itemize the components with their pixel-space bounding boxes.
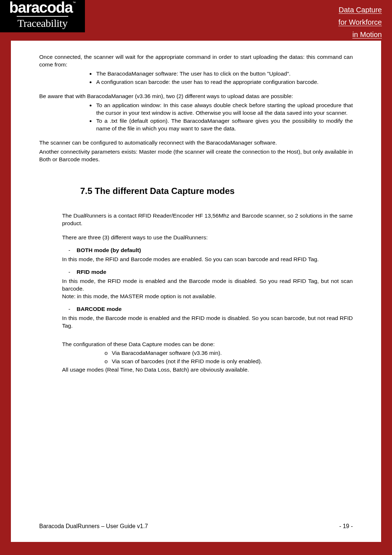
dash: -	[62, 305, 77, 313]
mode-heading: -BOTH mode (by default)	[62, 247, 353, 254]
paragraph: Note: in this mode, the MASTER mode opti…	[62, 293, 353, 300]
sub-bullet-list: oVia BaracodaManager software (v3.36 min…	[105, 349, 353, 365]
footer: Baracoda DualRunners – User Guide v1.7 -…	[39, 522, 353, 530]
paragraph: The configuration of these Data Capture …	[62, 341, 353, 348]
bullet-item: The BaracodaManager software: The user h…	[95, 70, 353, 78]
sub-bullet-item: oVia scan of barcodes (not if the RFID m…	[105, 358, 353, 365]
mode-heading: -RFID mode	[62, 268, 353, 276]
sub-bullet-text: Via scan of barcodes (not if the RFID mo…	[112, 358, 262, 364]
logo-brand: baracoda™	[0, 0, 85, 15]
bullet-item: To an application window: In this case a…	[95, 102, 353, 117]
page: baracoda™ Traceability Data Capture for …	[0, 0, 392, 555]
paragraph: In this mode, the Barcode mode is enable…	[62, 315, 353, 330]
paragraph: Once connected, the scanner will wait fo…	[39, 53, 353, 69]
mode-heading: -BARCODE mode	[62, 305, 353, 313]
sub-bullet-text: Via BaracodaManager software (v3.36 min)…	[112, 350, 222, 356]
circle-bullet-icon: o	[105, 349, 112, 357]
paragraph: The DualRunners is a contact RFID Reader…	[62, 212, 353, 227]
paragraph: All usage modes (Real Time, No Data Loss…	[62, 366, 353, 374]
tagline-line-3: in Motion	[338, 28, 382, 41]
paragraph: Be aware that with BaracodaManager (v3.3…	[39, 93, 353, 100]
mode-title-text: BARCODE mode	[77, 306, 122, 312]
sub-bullet-item: oVia BaracodaManager software (v3.36 min…	[105, 349, 353, 357]
mode-title-text: BOTH mode (by default)	[77, 247, 141, 253]
circle-bullet-icon: o	[105, 358, 112, 365]
logo: baracoda™ Traceability	[0, 0, 85, 32]
tagline: Data Capture for Workforce in Motion	[338, 4, 382, 41]
header: baracoda™ Traceability Data Capture for …	[0, 0, 392, 41]
footer-page-number: - 19 -	[339, 522, 353, 530]
logo-brand-text: baracoda	[9, 0, 73, 16]
indented-section: All usage modes (Real Time, No Data Loss…	[62, 366, 353, 374]
paragraph: Another connectivity parameters exists: …	[39, 148, 353, 163]
tagline-line-1: Data Capture	[338, 4, 382, 16]
bullet-item: To a .txt file (default option). The Bar…	[95, 117, 353, 133]
logo-subtitle: Traceability	[17, 16, 68, 30]
logo-trademark: ™	[73, 1, 76, 5]
bullet-list: To an application window: In this case a…	[95, 102, 353, 133]
indented-section: The DualRunners is a contact RFID Reader…	[62, 212, 353, 348]
section-heading: 7.5 The different Data Capture modes	[80, 185, 353, 197]
paragraph: In this mode, the RFID mode is enabled a…	[62, 278, 353, 293]
paragraph: The scanner can be configured to automat…	[39, 139, 353, 147]
mode-title-text: RFID mode	[77, 269, 106, 275]
paragraph: There are three (3) different ways to us…	[62, 234, 353, 242]
dash: -	[62, 268, 77, 276]
dash: -	[62, 247, 77, 254]
document-content: Once connected, the scanner will wait fo…	[11, 41, 381, 542]
tagline-line-2: for Workforce	[338, 16, 382, 28]
bullet-item: A configuration scan barcode: the user h…	[95, 78, 353, 86]
bullet-list: The BaracodaManager software: The user h…	[95, 70, 353, 86]
footer-title: Baracoda DualRunners – User Guide v1.7	[39, 522, 148, 530]
paragraph: In this mode, the RFID and Barcode modes…	[62, 256, 353, 263]
